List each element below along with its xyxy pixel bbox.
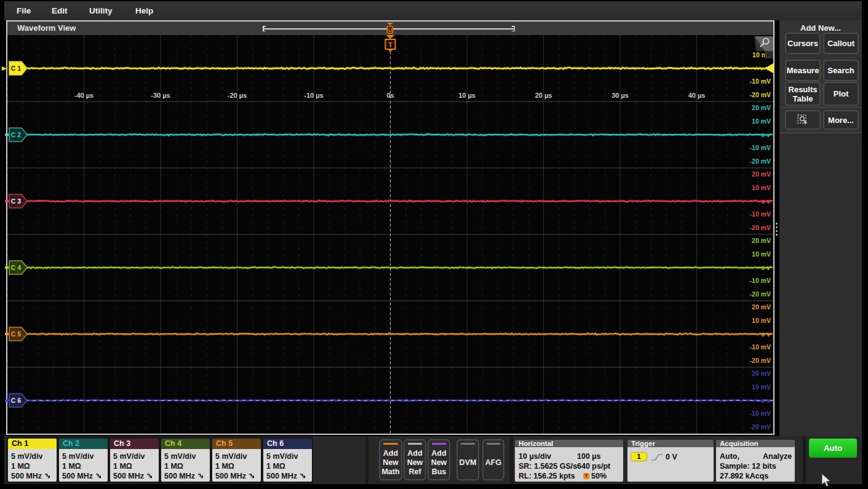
svg-text:20 mV: 20 mV xyxy=(752,370,771,377)
svg-text:-10 mV: -10 mV xyxy=(750,277,771,284)
svg-text:T: T xyxy=(388,41,392,49)
svg-text:20 mV: 20 mV xyxy=(752,237,771,244)
svg-text:C 2: C 2 xyxy=(11,131,22,138)
svg-text:10 mV: 10 mV xyxy=(752,184,771,191)
svg-text:20 µs: 20 µs xyxy=(535,92,552,99)
svg-text:10 mV: 10 mV xyxy=(752,317,771,324)
svg-text:0s: 0s xyxy=(386,92,394,99)
svg-text:10 mV: 10 mV xyxy=(752,250,771,258)
svg-text:20 mV: 20 mV xyxy=(752,303,771,311)
svg-text:-20 mV: -20 mV xyxy=(750,224,771,231)
svg-text:-10 mV: -10 mV xyxy=(750,343,771,351)
svg-text:C 5: C 5 xyxy=(11,330,22,338)
svg-text:40 µs: 40 µs xyxy=(688,92,706,99)
svg-text:20 mV: 20 mV xyxy=(752,104,771,111)
svg-text:0 V: 0 V xyxy=(762,331,771,338)
svg-text:-30 µs: -30 µs xyxy=(151,92,170,99)
svg-text:C 4: C 4 xyxy=(11,264,22,271)
svg-text:-10 µs: -10 µs xyxy=(304,92,323,99)
svg-text:10 mV: 10 mV xyxy=(752,383,771,391)
svg-text:C 3: C 3 xyxy=(11,197,22,205)
svg-text:-10 mV: -10 mV xyxy=(750,410,771,417)
svg-text:20 mV: 20 mV xyxy=(752,170,771,178)
svg-text:-20 mV: -20 mV xyxy=(750,423,771,431)
svg-text:C 1: C 1 xyxy=(11,65,22,72)
svg-text:-20 mV: -20 mV xyxy=(750,91,771,98)
svg-text:10 mV: 10 mV xyxy=(752,117,771,125)
svg-text:0 V: 0 V xyxy=(762,198,771,205)
svg-text:30 µs: 30 µs xyxy=(611,92,629,99)
svg-text:-10 mV: -10 mV xyxy=(750,78,771,85)
svg-text:-20 mV: -20 mV xyxy=(750,290,771,298)
svg-text:0 V: 0 V xyxy=(762,397,771,404)
svg-text:-10 mV: -10 mV xyxy=(750,210,771,218)
svg-text:-20 mV: -20 mV xyxy=(750,357,771,364)
svg-text:0 V: 0 V xyxy=(762,264,771,271)
svg-text:0 V: 0 V xyxy=(762,132,771,138)
svg-text:-20 µs: -20 µs xyxy=(228,92,247,99)
svg-text:C 6: C 6 xyxy=(11,397,22,404)
svg-text:-40 µs: -40 µs xyxy=(74,92,94,99)
svg-text:U: U xyxy=(388,27,392,33)
svg-text:-20 mV: -20 mV xyxy=(750,157,771,165)
svg-text:-10 mV: -10 mV xyxy=(750,144,771,151)
svg-text:10 µs: 10 µs xyxy=(458,92,476,99)
